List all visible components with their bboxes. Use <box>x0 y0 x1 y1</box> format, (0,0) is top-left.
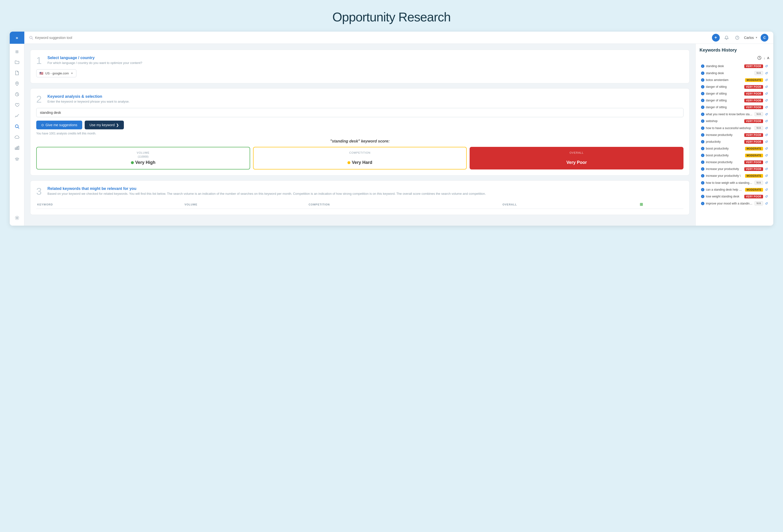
history-refresh-icon[interactable]: ↺ <box>765 140 768 144</box>
history-item[interactable]: i what you need to know before starting … <box>699 111 770 118</box>
history-item[interactable]: i boost productivity MODERATE ↺ <box>699 152 770 159</box>
sidebar-item-grad[interactable] <box>12 154 22 163</box>
history-refresh-icon[interactable]: ↺ <box>765 160 768 164</box>
history-item[interactable]: i increase your productivity VERY POOR ↺ <box>699 166 770 172</box>
add-button[interactable]: + <box>712 34 720 41</box>
history-badge: MODERATE <box>745 154 763 157</box>
sidebar-item-bar[interactable] <box>12 143 22 153</box>
user-avatar[interactable]: C <box>761 34 769 41</box>
user-menu[interactable]: Carlos ▼ <box>744 36 758 40</box>
history-refresh-icon[interactable]: ↺ <box>765 181 768 185</box>
svg-rect-7 <box>16 159 18 160</box>
history-item[interactable]: i increase productivity VERY POOR ↺ <box>699 159 770 165</box>
sidebar-item-heart[interactable] <box>12 100 22 110</box>
step3-info: Related keywords that might be relevant … <box>48 187 486 196</box>
history-refresh-icon[interactable]: ↺ <box>765 92 768 96</box>
history-refresh-icon[interactable]: ↺ <box>765 71 768 75</box>
history-badge: VERY POOR <box>744 133 763 137</box>
page-title: Opportunity Research <box>0 0 783 32</box>
history-item[interactable]: i how to lose weigh with a standing desk… <box>699 179 770 186</box>
history-refresh-icon[interactable]: ↺ <box>765 112 768 116</box>
info-dot-icon: i <box>701 174 704 177</box>
info-dot-icon: i <box>701 78 704 82</box>
step3-card: 3 Related keywords that might be relevan… <box>30 180 690 215</box>
history-refresh-icon[interactable]: ↺ <box>765 78 768 82</box>
info-dot-icon: i <box>701 99 704 102</box>
flag-icon: 🇺🇸 <box>39 71 43 75</box>
history-refresh-icon[interactable]: ↺ <box>765 167 768 171</box>
notification-button[interactable] <box>723 34 730 41</box>
history-item[interactable]: i improve your mood with a standing desk… <box>699 200 770 207</box>
history-sort-alpha[interactable]: A <box>767 56 770 60</box>
export-icon[interactable]: ⊞ <box>640 202 643 206</box>
history-item[interactable]: i danger of sitting VERY POOR ↺ <box>699 97 770 104</box>
help-button[interactable]: ? <box>733 34 741 41</box>
history-item[interactable]: i danger of sitting VERY POOR ↺ <box>699 84 770 90</box>
sidebar-logo[interactable]: » <box>10 32 24 44</box>
sidebar-item-trend[interactable] <box>12 111 22 121</box>
history-keyword: i can a standing desk help you lose weig… <box>701 188 743 191</box>
history-item[interactable]: i danger of sitting VERY POOR ↺ <box>699 104 770 110</box>
history-item[interactable]: i can a standing desk help you lose weig… <box>699 187 770 193</box>
sidebar-item-cloud[interactable] <box>12 132 22 142</box>
history-clock-icon[interactable] <box>757 56 761 60</box>
history-refresh-icon[interactable]: ↺ <box>765 146 768 151</box>
history-item[interactable]: i webshop VERY POOR ↺ <box>699 118 770 124</box>
history-keyword-text: how to lose weigh with a standing desk <box>706 181 753 185</box>
history-refresh-icon[interactable]: ↺ <box>765 105 768 109</box>
step1-header: 1 Select language / country For which la… <box>36 56 684 65</box>
history-item[interactable]: i how to have a successful webshop N/A ↺ <box>699 125 770 131</box>
history-badge: N/A <box>755 112 763 116</box>
history-refresh-icon[interactable]: ↺ <box>765 133 768 137</box>
sidebar-item-settings[interactable] <box>12 213 22 223</box>
sidebar-item-folder[interactable] <box>12 57 22 67</box>
history-item[interactable]: i botox amsterdam MODERATE ↺ <box>699 77 770 83</box>
lang-select[interactable]: 🇺🇸 US - google.com ▼ <box>36 69 76 77</box>
history-item[interactable]: i standing desk VERY POOR ↺ <box>699 63 770 69</box>
col-keyword: KEYWORD <box>36 200 184 209</box>
step2-card: 2 Keyword analysis & selection Enter the… <box>30 88 690 175</box>
history-refresh-icon[interactable]: ↺ <box>765 119 768 123</box>
info-dot-icon: i <box>701 85 704 89</box>
sidebar-item-search[interactable] <box>12 122 22 131</box>
topbar-search-input[interactable] <box>35 36 709 40</box>
history-refresh-icon[interactable]: ↺ <box>765 126 768 130</box>
suggest-button[interactable]: ⊙ Give me suggestions <box>36 121 82 129</box>
history-keyword-text: danger of sitting <box>706 92 726 95</box>
step1-title: Select language / country <box>48 56 142 60</box>
history-item[interactable]: i lose weight standing desk VERY POOR ↺ <box>699 193 770 200</box>
history-item[interactable]: i danger of sitting VERY POOR ↺ <box>699 91 770 97</box>
topbar: + ? Carlos ▼ C <box>24 32 773 44</box>
history-refresh-icon[interactable]: ↺ <box>765 64 768 68</box>
history-item[interactable]: i increase your productivity \ MODERATE … <box>699 173 770 179</box>
step3-subtitle: Based on your keyword we checked for rel… <box>48 192 486 196</box>
sidebar-item-location[interactable] <box>12 79 22 89</box>
history-refresh-icon[interactable]: ↺ <box>765 188 768 192</box>
sidebar-item-pie[interactable] <box>12 90 22 99</box>
history-refresh-icon[interactable]: ↺ <box>765 98 768 102</box>
svg-point-8 <box>16 217 18 219</box>
history-item[interactable]: i productivity VERY POOR ↺ <box>699 139 770 145</box>
history-refresh-icon[interactable]: ↺ <box>765 195 768 198</box>
sidebar-item-doc[interactable] <box>12 68 22 78</box>
history-badge: N/A <box>755 201 763 205</box>
history-item[interactable]: i increase productivity VERY POOR ↺ <box>699 132 770 138</box>
keyword-input[interactable] <box>36 108 684 117</box>
history-refresh-icon[interactable]: ↺ <box>765 85 768 89</box>
history-refresh-icon[interactable]: ↺ <box>765 202 768 205</box>
history-keyword-text: webshop <box>706 120 718 123</box>
history-keyword: i webshop <box>701 120 742 123</box>
history-keyword-text: danger of sitting <box>706 105 726 109</box>
use-keyword-button[interactable]: Use my keyword ❯ <box>85 121 124 129</box>
history-item[interactable]: i standing desk N/A ↺ <box>699 70 770 76</box>
info-dot-icon: i <box>701 64 704 68</box>
left-panel: 1 Select language / country For which la… <box>24 44 695 226</box>
lang-chevron-icon: ▼ <box>71 72 73 75</box>
history-refresh-icon[interactable]: ↺ <box>765 154 768 157</box>
use-label: Use my keyword <box>90 123 115 127</box>
history-item[interactable]: i boost productivity MODERATE ↺ <box>699 145 770 152</box>
sidebar-item-grid[interactable]: ⊞ <box>12 47 22 57</box>
history-sort-down[interactable]: ↓ <box>763 56 765 60</box>
competition-label: COMPETITION <box>257 151 463 154</box>
history-refresh-icon[interactable]: ↺ <box>765 174 768 178</box>
